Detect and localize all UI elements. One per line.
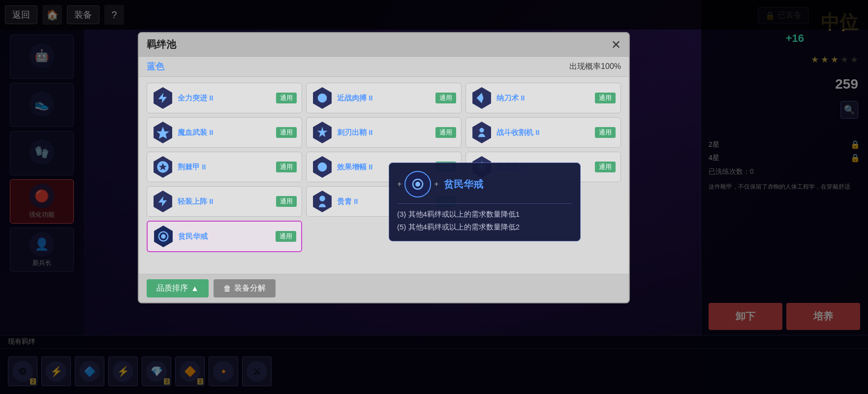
tooltip-header: + + 贫民华戒 xyxy=(397,171,572,197)
skill-tag-4: 通用 xyxy=(435,127,456,138)
skill-tag-8: 通用 xyxy=(595,162,616,172)
disassemble-label: 装备分解 xyxy=(234,283,266,294)
skill-name-1: 近战肉搏 II xyxy=(337,94,432,103)
skill-name-3: 魔血武装 II xyxy=(178,128,272,137)
skill-tag-1: 通用 xyxy=(435,93,456,103)
skill-item-2[interactable]: 纳刀术 II 通用 xyxy=(465,83,621,113)
skill-name-11: 贫民华戒 xyxy=(178,232,272,241)
skill-hex-7 xyxy=(311,156,333,178)
disassemble-button[interactable]: 🗑 装备分解 xyxy=(214,279,276,297)
skill-hex-3 xyxy=(152,122,174,143)
skill-hex-11 xyxy=(153,226,174,247)
skill-name-0: 全力突进 II xyxy=(178,94,272,103)
skill-name-5: 战斗收割机 II xyxy=(496,128,591,137)
skill-tag-2: 通用 xyxy=(595,93,616,103)
tooltip-plus: + xyxy=(397,180,402,189)
svg-point-4 xyxy=(415,182,420,187)
modal-overlay: 羁绊池 ✕ 蓝色 出现概率100% 全力突进 II 通用 xyxy=(0,0,868,394)
skill-name-2: 纳刀术 II xyxy=(496,94,591,103)
skill-tag-5: 通用 xyxy=(595,127,616,138)
quality-label: 蓝色 xyxy=(147,61,164,72)
skill-tag-6: 通用 xyxy=(276,162,297,172)
skill-hex-10 xyxy=(311,191,333,212)
tooltip-plus2: + xyxy=(434,180,438,189)
skill-tag-0: 通用 xyxy=(276,93,297,103)
tooltip-line-0: (3) 其他4羁绊或以上的需求数量降低1 xyxy=(397,208,572,221)
skill-hex-0 xyxy=(152,87,174,109)
skill-hex-1 xyxy=(311,87,333,109)
modal-title: 羁绊池 xyxy=(147,38,176,51)
skill-hex-4 xyxy=(311,122,333,143)
skill-item-5[interactable]: 战斗收割机 II 通用 xyxy=(465,117,621,148)
skill-tag-9: 通用 xyxy=(276,196,297,207)
skill-name-9: 轻装上阵 II xyxy=(178,197,272,206)
skill-item-9[interactable]: 轻装上阵 II 通用 xyxy=(147,186,302,217)
sort-button[interactable]: 品质排序 ▲ xyxy=(147,279,209,297)
skill-item-4[interactable]: 刺刃出鞘 II 通用 xyxy=(306,117,462,148)
prob-label: 出现概率100% xyxy=(569,62,621,72)
skill-item-1[interactable]: 近战肉搏 II 通用 xyxy=(306,83,462,113)
skill-hex-9 xyxy=(152,191,174,212)
tooltip-divider xyxy=(397,203,572,204)
skill-item-0[interactable]: 全力突进 II 通用 xyxy=(147,83,302,113)
modal-footer: 品质排序 ▲ 🗑 装备分解 xyxy=(139,274,629,302)
svg-point-0 xyxy=(318,94,327,103)
skill-item-3[interactable]: 魔血武装 II 通用 xyxy=(147,117,302,148)
skill-item-6[interactable]: 荆棘甲 II 通用 xyxy=(147,152,302,182)
skill-tag-11: 通用 xyxy=(276,231,296,242)
tooltip-popup: + + 贫民华戒 (3) 其他4羁绊或以上的需求数量降低1 (5) 其他4羁绊或… xyxy=(389,163,581,241)
skill-item-11[interactable]: 贫民华戒 通用 xyxy=(147,221,302,252)
modal-header: 羁绊池 ✕ xyxy=(139,33,629,57)
skill-hex-6 xyxy=(152,156,174,178)
tooltip-line-1: (5) 其他4羁绊或以上的需求数量降低2 xyxy=(397,221,572,233)
modal-close-button[interactable]: ✕ xyxy=(611,39,621,51)
tooltip-desc: (3) 其他4羁绊或以上的需求数量降低1 (5) 其他4羁绊或以上的需求数量降低… xyxy=(397,208,572,233)
modal-subheader: 蓝色 出现概率100% xyxy=(139,57,629,77)
skill-hex-2 xyxy=(471,87,493,109)
sort-label: 品质排序 xyxy=(156,283,188,294)
skill-name-6: 荆棘甲 II xyxy=(178,163,272,172)
trash-icon: 🗑 xyxy=(223,284,231,293)
sort-arrow: ▲ xyxy=(191,284,199,293)
skill-tag-3: 通用 xyxy=(276,127,297,138)
svg-point-2 xyxy=(161,234,165,238)
skill-hex-5 xyxy=(471,122,493,143)
tooltip-icon xyxy=(404,171,431,197)
tooltip-name: 贫民华戒 xyxy=(444,178,483,191)
skill-name-4: 刺刃出鞘 II xyxy=(337,128,432,137)
